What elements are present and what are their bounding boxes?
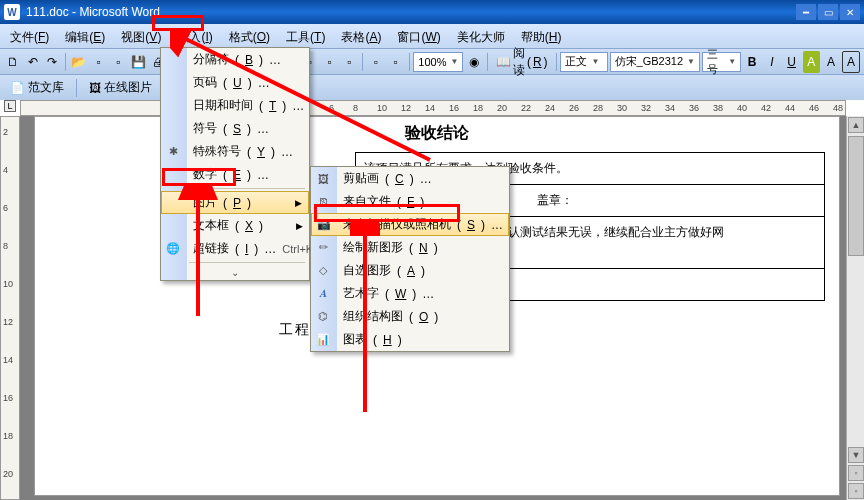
- title-bar: W 111.doc - Microsoft Word ━ ▭ ✕: [0, 0, 864, 24]
- menu-item-symbol[interactable]: 符号(S)…: [161, 117, 309, 140]
- menu-table[interactable]: 表格(A): [335, 27, 387, 48]
- menu-item-hyperlink[interactable]: 🌐超链接(I)…Ctrl+K: [161, 237, 309, 260]
- menu-bar: 文件(F) 编辑(E) 视图(V) 插入(I) 格式(O) 工具(T) 表格(A…: [0, 24, 864, 48]
- char-border-button[interactable]: A: [842, 51, 860, 73]
- submenu-autoshapes[interactable]: ◇自选图形(A): [311, 259, 509, 282]
- close-button[interactable]: ✕: [840, 4, 860, 20]
- menu-item-picture[interactable]: 图片(P)▶: [161, 191, 309, 214]
- scanner-icon: 📷: [316, 217, 332, 233]
- drawing-icon: ✏: [315, 240, 331, 256]
- insert-dropdown: 分隔符(B)… 页码(U)… 日期和时间(T)… 符号(S)… ✱特殊符号(Y)…: [160, 47, 310, 281]
- submenu-orgchart[interactable]: ⌬组织结构图(O): [311, 305, 509, 328]
- menu-view[interactable]: 视图(V): [115, 27, 167, 48]
- secondary-toolbar: 📄 范文库 🖼 在线图片: [0, 74, 864, 100]
- chevron-right-icon: ▶: [295, 198, 302, 208]
- horizontal-ruler[interactable]: 2468101214161820222426283032343638404244…: [20, 100, 846, 116]
- chevron-right-icon: ▶: [296, 221, 303, 231]
- scroll-down-button[interactable]: ▼: [848, 447, 864, 463]
- vertical-scrollbar[interactable]: ▲ ▼ ◦ ◦: [846, 116, 864, 500]
- vertical-ruler[interactable]: 2468101214161820: [0, 116, 20, 500]
- menu-edit[interactable]: 编辑(E): [59, 27, 111, 48]
- orgchart-icon: ⌬: [315, 309, 331, 325]
- prev-page-button[interactable]: ◦: [848, 465, 864, 481]
- submenu-from-scanner[interactable]: 📷来自扫描仪或照相机(S)…: [311, 213, 509, 236]
- picture-submenu: 🖼剪贴画(C)… 🖻来自文件(F)… 📷来自扫描仪或照相机(S)… ✏绘制新图形…: [310, 166, 510, 352]
- menu-format[interactable]: 格式(O): [223, 27, 276, 48]
- new-doc-button[interactable]: 🗋: [4, 51, 22, 73]
- scroll-thumb[interactable]: [848, 136, 864, 256]
- scroll-up-button[interactable]: ▲: [848, 117, 864, 133]
- submenu-chart[interactable]: 📊图表(H): [311, 328, 509, 351]
- toolbar-button[interactable]: ▫: [367, 51, 385, 73]
- title-text: 111.doc - Microsoft Word: [26, 5, 796, 19]
- menu-beautify[interactable]: 美化大师: [451, 27, 511, 48]
- wordart-icon: 𝑨: [315, 286, 331, 302]
- read-button[interactable]: 📖 阅读(R): [492, 51, 552, 73]
- char-accent-button[interactable]: A: [822, 51, 840, 73]
- menu-item-number[interactable]: 数字(E)…: [161, 163, 309, 186]
- undo-button[interactable]: ↶: [24, 51, 42, 73]
- toolbar-button[interactable]: ▫: [90, 51, 108, 73]
- submenu-new-drawing[interactable]: ✏绘制新图形(N): [311, 236, 509, 259]
- menu-file[interactable]: 文件(F): [4, 27, 55, 48]
- redo-button[interactable]: ↷: [44, 51, 62, 73]
- font-combo[interactable]: 仿宋_GB2312▼: [610, 52, 701, 72]
- doc-heading: 验收结论: [35, 117, 839, 144]
- toolbar-button[interactable]: ◉: [465, 51, 483, 73]
- submenu-fromfile[interactable]: 🖻来自文件(F)…: [311, 190, 509, 213]
- submenu-wordart[interactable]: 𝑨艺术字(W)…: [311, 282, 509, 305]
- toolbar-button[interactable]: ▫: [110, 51, 128, 73]
- chart-icon: 📊: [315, 332, 331, 348]
- menu-insert[interactable]: 插入(I): [171, 27, 218, 48]
- menu-item-textbox[interactable]: 文本框(X)▶: [161, 214, 309, 237]
- bold-button[interactable]: B: [743, 51, 761, 73]
- globe-icon: 🌐: [165, 241, 181, 257]
- asterisk-icon: ✱: [165, 144, 181, 160]
- toolbar-button[interactable]: ▫: [321, 51, 339, 73]
- next-page-button[interactable]: ◦: [848, 483, 864, 499]
- fontsize-combo[interactable]: 三号▼: [702, 52, 741, 72]
- menu-item-datetime[interactable]: 日期和时间(T)…: [161, 94, 309, 117]
- online-image-button[interactable]: 🖼 在线图片: [83, 77, 158, 99]
- menu-window[interactable]: 窗口(W): [391, 27, 446, 48]
- shapes-icon: ◇: [315, 263, 331, 279]
- menu-item-separator[interactable]: 分隔符(B)…: [161, 48, 309, 71]
- template-lib-button[interactable]: 📄 范文库: [4, 77, 70, 99]
- clipart-icon: 🖼: [315, 171, 331, 187]
- standard-toolbar: 🗋 ↶ ↷ 📂 ▫ ▫ 💾 🖨 ▫ ▫ ▫ ▫ ▫ ▫ ▫ ▫ ▫ ▫ ▫ 10…: [0, 48, 864, 74]
- menu-item-specialchar[interactable]: ✱特殊符号(Y)…: [161, 140, 309, 163]
- minimize-button[interactable]: ━: [796, 4, 816, 20]
- submenu-clipart[interactable]: 🖼剪贴画(C)…: [311, 167, 509, 190]
- open-button[interactable]: 📂: [70, 51, 88, 73]
- toolbar-button[interactable]: ▫: [340, 51, 358, 73]
- style-combo[interactable]: 正文▼: [560, 52, 607, 72]
- menu-item-pagenum[interactable]: 页码(U)…: [161, 71, 309, 94]
- zoom-combo[interactable]: 100%▼: [413, 52, 463, 72]
- maximize-button[interactable]: ▭: [818, 4, 838, 20]
- tab-selector[interactable]: L: [4, 100, 16, 112]
- char-shade-button[interactable]: A: [803, 51, 821, 73]
- italic-button[interactable]: I: [763, 51, 781, 73]
- save-button[interactable]: 💾: [129, 51, 147, 73]
- toolbar-button[interactable]: ▫: [387, 51, 405, 73]
- image-file-icon: 🖻: [315, 194, 331, 210]
- underline-button[interactable]: U: [783, 51, 801, 73]
- menu-tools[interactable]: 工具(T): [280, 27, 331, 48]
- app-icon: W: [4, 4, 20, 20]
